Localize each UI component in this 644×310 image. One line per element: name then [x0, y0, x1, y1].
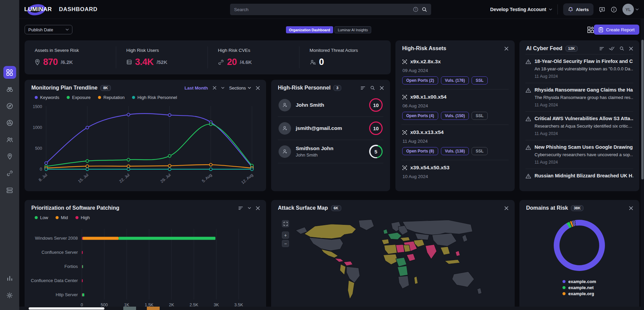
legend-item[interactable]: High Risk Personnel: [132, 95, 177, 100]
asset-tag[interactable]: Open Ports (4): [402, 112, 438, 120]
asset-tag[interactable]: Vuls. (176): [441, 76, 469, 84]
trendline-svg[interactable]: 0500100015008. Jul15. Jul22. Jul29. Jul5…: [29, 103, 259, 191]
publish-date-filter[interactable]: Publish Date: [25, 25, 72, 34]
chevron-down-icon[interactable]: [221, 87, 224, 89]
assets-list: x9x.x2.8x.3x 09 Aug 2024 Open Ports (2)V…: [395, 54, 515, 187]
feed-item[interactable]: Rhysida Ransomware Gang Claims the Ha… T…: [519, 83, 639, 111]
personnel-name: Smithson John: [296, 145, 333, 151]
sidebar-item-links[interactable]: [3, 167, 16, 180]
search-icon[interactable]: [422, 7, 427, 12]
close-icon[interactable]: [380, 86, 384, 90]
feedback-icon[interactable]: [599, 6, 605, 13]
vertical-scrollbar-thumb[interactable]: [641, 40, 644, 179]
bar-chart-icon: [7, 275, 13, 281]
feed-item[interactable]: Critical AWS Vulnerabilities Allow S3 At…: [519, 112, 639, 140]
create-report-button[interactable]: Create Report: [594, 25, 639, 35]
sidebar-item-dashboard[interactable]: [3, 66, 16, 79]
tab-organization-dashboard[interactable]: Organization Dashboard: [286, 26, 333, 33]
sort-icon[interactable]: [599, 46, 604, 51]
legend-item[interactable]: Exposure: [67, 95, 91, 100]
range-filter[interactable]: Last Month: [185, 85, 208, 91]
vertical-scrollbar[interactable]: [641, 19, 644, 310]
luminar-logo[interactable]: LUMINAR: [25, 3, 51, 15]
mark-all-read-icon[interactable]: [609, 46, 615, 50]
horizontal-scrollbar-thumb[interactable]: [29, 307, 104, 310]
card-title: Domains at Risk: [526, 205, 568, 211]
sections-dropdown[interactable]: Sections: [229, 85, 251, 91]
clear-range-icon[interactable]: [213, 86, 217, 90]
sidebar-item-personnel[interactable]: [3, 133, 16, 146]
legend-item[interactable]: Low: [35, 215, 48, 220]
asset-tag[interactable]: Vuls. (150): [441, 112, 469, 120]
close-icon[interactable]: [256, 86, 260, 90]
sidebar-item-threat-intel[interactable]: [3, 116, 16, 129]
feed-item[interactable]: 18-Year-Old Security Flaw in Firefox and…: [519, 55, 639, 83]
legend-item[interactable]: example.net: [562, 285, 596, 290]
chevron-down-icon[interactable]: [248, 207, 251, 209]
count-badge: 38K: [571, 205, 583, 211]
legend-item[interactable]: Reputation: [98, 95, 125, 100]
card-title: AI Cyber Feed: [526, 45, 562, 51]
asset-item[interactable]: x39.x54.x50.x53 10 Aug 2024: [395, 160, 515, 187]
chevron-down-icon[interactable]: [636, 8, 639, 10]
search-bar[interactable]: ?: [230, 4, 431, 15]
info-icon[interactable]: [611, 6, 617, 13]
legend-item[interactable]: Mid: [56, 215, 68, 220]
search-input[interactable]: [234, 7, 410, 12]
avatar[interactable]: YL: [622, 4, 634, 15]
personnel-row[interactable]: jsmith@gmail.com 10: [271, 117, 390, 140]
sidebar-item-discovery[interactable]: [3, 83, 16, 96]
search-icon[interactable]: [370, 85, 375, 90]
asset-tag[interactable]: SSL: [472, 112, 487, 120]
close-icon[interactable]: [504, 46, 509, 51]
asset-item[interactable]: x9x.x2.8x.3x 09 Aug 2024 Open Ports (2)V…: [395, 54, 515, 89]
close-icon[interactable]: [629, 206, 633, 210]
sort-icon[interactable]: [360, 85, 365, 91]
sidebar-item-locations[interactable]: [3, 150, 16, 163]
asset-item[interactable]: x98.x1.x00.x54 06 Aug 2024 Open Ports (4…: [395, 90, 515, 125]
help-circle-icon[interactable]: ?: [413, 7, 418, 12]
feed-summary: Researchers at Aqua Security identified …: [535, 124, 633, 129]
feed-item[interactable]: New Phishing Scam Uses Google Drawing… C…: [519, 140, 639, 169]
domain-label: example.org: [568, 291, 594, 296]
domains-donut-chart[interactable]: [554, 220, 605, 271]
personnel-row[interactable]: Smithson John John Smith 5: [271, 140, 390, 163]
asset-item[interactable]: x03.x.x13.x54 11 Aug 2024 Open Ports (8)…: [395, 125, 515, 160]
asset-tag[interactable]: Vuls. (138): [441, 147, 469, 155]
map-zoom-out-button[interactable]: −: [282, 240, 289, 247]
tab-luminar-ai-insights[interactable]: Luminar AI Insights: [334, 26, 371, 33]
legend-item[interactable]: High: [75, 215, 90, 220]
sidebar-item-explore[interactable]: [3, 100, 16, 112]
patching-chart[interactable]: Windows Server 2008Confluence ServerFort…: [25, 225, 266, 310]
sidebar-item-reports[interactable]: [3, 272, 16, 285]
feed-item[interactable]: Russian Midnight Blizzard Breached UK H…: [519, 169, 639, 183]
sidebar-item-settings[interactable]: [3, 289, 16, 302]
alerts-button[interactable]: Alerts: [563, 3, 593, 15]
asset-tag[interactable]: SSL: [472, 147, 487, 155]
chevron-down-icon: [549, 8, 552, 10]
map-zoom-in-button[interactable]: +: [282, 232, 289, 239]
world-map[interactable]: [290, 214, 498, 310]
legend-item[interactable]: example.org: [562, 291, 596, 296]
account-switcher[interactable]: Develop Testing Account: [490, 7, 552, 12]
search-icon[interactable]: [619, 46, 624, 51]
feed-date: 11 Aug 2024: [535, 160, 633, 165]
close-icon[interactable]: [504, 206, 509, 210]
legend-item[interactable]: Keywords: [35, 95, 59, 100]
asset-tag[interactable]: SSL: [472, 76, 487, 84]
asset-tag[interactable]: Open Ports (2): [402, 76, 438, 84]
map-fit-button[interactable]: [282, 220, 289, 227]
asset-tag[interactable]: Open Ports (8): [402, 147, 438, 155]
legend-item[interactable]: example.com: [562, 279, 596, 284]
sort-icon[interactable]: [238, 206, 243, 211]
close-icon[interactable]: [256, 206, 260, 210]
close-icon[interactable]: [629, 46, 633, 51]
horizontal-scrollbar[interactable]: [19, 307, 641, 310]
layout-grid-icon[interactable]: [587, 27, 594, 33]
trendline-chart[interactable]: 0500100015008. Jul15. Jul22. Jul29. Jul5…: [25, 103, 266, 191]
svg-text:Fortios: Fortios: [64, 264, 78, 269]
personnel-row[interactable]: John Smith 10: [271, 94, 390, 116]
svg-text:Confluence Data Center: Confluence Data Center: [31, 278, 78, 283]
patching-svg[interactable]: Windows Server 2008Confluence ServerFort…: [29, 225, 259, 310]
sidebar-item-inventory[interactable]: [3, 184, 16, 197]
